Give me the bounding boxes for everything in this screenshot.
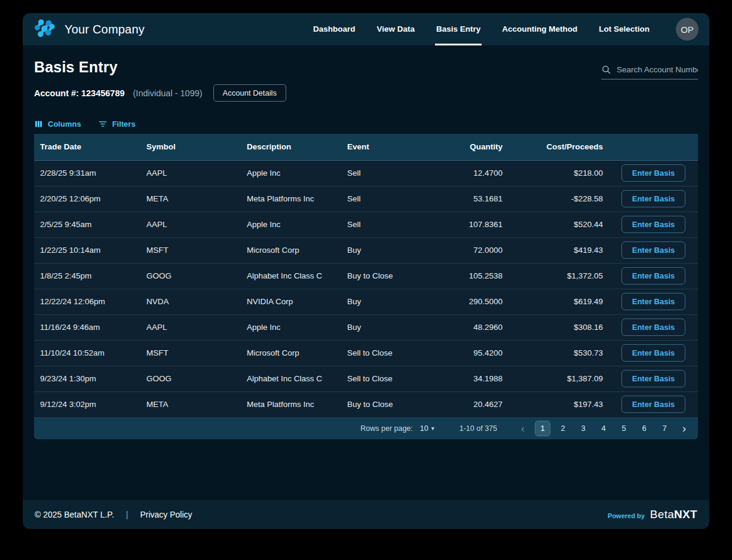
table-toolbar: Columns Filters bbox=[34, 120, 698, 128]
col-header-description: Description bbox=[241, 134, 341, 160]
cell-cost-proceeds: $308.16 bbox=[509, 314, 609, 340]
cell-action: Enter Basis bbox=[609, 237, 698, 263]
cell-trade-date: 11/10/24 10:52am bbox=[34, 340, 140, 366]
enter-basis-button[interactable]: Enter Basis bbox=[621, 190, 686, 207]
cell-cost-proceeds: $530.73 bbox=[509, 340, 609, 366]
enter-basis-button[interactable]: Enter Basis bbox=[621, 319, 686, 336]
cell-event: Sell bbox=[341, 186, 428, 212]
cell-trade-date: 2/20/25 12:06pm bbox=[34, 186, 140, 212]
account-number: Account #: 123456789 bbox=[34, 88, 125, 98]
cell-action: Enter Basis bbox=[609, 391, 698, 417]
rows-per-page-select[interactable]: 10 ▾ bbox=[420, 424, 434, 433]
search-input[interactable] bbox=[617, 65, 698, 74]
enter-basis-button[interactable]: Enter Basis bbox=[621, 370, 686, 387]
cell-event: Sell bbox=[341, 212, 428, 237]
page-list: 1234567 bbox=[535, 421, 672, 436]
columns-label: Columns bbox=[48, 120, 81, 128]
cell-cost-proceeds: $619.49 bbox=[509, 289, 609, 314]
cell-trade-date: 2/28/25 9:31am bbox=[34, 160, 140, 186]
cell-quantity: 53.1681 bbox=[428, 186, 509, 212]
table-row: 2/28/25 9:31amAAPLApple IncSell12.4700$2… bbox=[34, 160, 698, 186]
cell-event: Sell to Close bbox=[341, 366, 428, 391]
enter-basis-button[interactable]: Enter Basis bbox=[621, 293, 686, 310]
app-window: Your Company Dashboard View Data Basis E… bbox=[23, 13, 709, 529]
cell-description: NVIDIA Corp bbox=[241, 289, 341, 314]
table-row: 9/12/24 3:02pmMETAMeta Platforms IncBuy … bbox=[34, 391, 698, 417]
cell-quantity: 12.4700 bbox=[428, 160, 509, 186]
table-row: 1/8/25 2:45pmGOOGAlphabet Inc Class CBuy… bbox=[34, 263, 698, 289]
page-button-4[interactable]: 4 bbox=[596, 421, 611, 436]
table-row: 12/22/24 12:06pmNVDANVIDIA CorpBuy290.50… bbox=[34, 289, 698, 314]
cell-action: Enter Basis bbox=[609, 186, 698, 212]
table-row: 11/16/24 9:46amAAPLApple IncBuy48.2960$3… bbox=[34, 314, 698, 340]
rows-per-page-label: Rows per page: bbox=[360, 424, 413, 433]
cell-cost-proceeds: $197.43 bbox=[509, 391, 609, 417]
cell-symbol: AAPL bbox=[140, 314, 241, 340]
enter-basis-button[interactable]: Enter Basis bbox=[621, 396, 686, 413]
copyright-text: © 2025 BetaNXT L.P. bbox=[35, 510, 114, 519]
cell-trade-date: 2/5/25 9:45am bbox=[34, 212, 140, 237]
nav-item-accounting-method[interactable]: Accounting Method bbox=[502, 13, 577, 45]
cell-quantity: 105.2538 bbox=[428, 263, 509, 289]
cell-event: Sell bbox=[341, 160, 428, 186]
page-button-1[interactable]: 1 bbox=[535, 421, 550, 436]
account-type: (Individual - 1099) bbox=[133, 88, 203, 98]
nav-item-dashboard[interactable]: Dashboard bbox=[313, 13, 356, 45]
cell-action: Enter Basis bbox=[609, 212, 698, 237]
cell-description: Alphabet Inc Class C bbox=[241, 366, 341, 391]
cell-description: Apple Inc bbox=[241, 212, 341, 237]
account-row: Account #: 123456789 (Individual - 1099)… bbox=[34, 84, 286, 102]
company-logo-icon bbox=[33, 18, 59, 41]
cell-symbol: NVDA bbox=[140, 289, 241, 314]
enter-basis-button[interactable]: Enter Basis bbox=[621, 241, 686, 259]
page-button-2[interactable]: 2 bbox=[556, 421, 570, 436]
cell-cost-proceeds: $520.44 bbox=[509, 212, 609, 237]
user-avatar[interactable]: OP bbox=[676, 18, 699, 41]
nav-item-lot-selection[interactable]: Lot Selection bbox=[599, 13, 650, 45]
enter-basis-button[interactable]: Enter Basis bbox=[621, 267, 686, 284]
cell-symbol: MSFT bbox=[140, 237, 241, 263]
cell-description: Microsoft Corp bbox=[241, 340, 341, 366]
cell-event: Buy bbox=[341, 237, 428, 263]
enter-basis-button[interactable]: Enter Basis bbox=[621, 164, 686, 182]
page-button-5[interactable]: 5 bbox=[617, 421, 631, 436]
top-navbar: Your Company Dashboard View Data Basis E… bbox=[23, 13, 709, 45]
nav-item-basis-entry[interactable]: Basis Entry bbox=[436, 13, 480, 45]
privacy-policy-link[interactable]: Privacy Policy bbox=[140, 510, 192, 519]
cell-symbol: AAPL bbox=[140, 212, 241, 237]
enter-basis-button[interactable]: Enter Basis bbox=[621, 216, 686, 233]
table-row: 9/23/24 1:30pmGOOGAlphabet Inc Class CSe… bbox=[34, 366, 698, 391]
page-button-3[interactable]: 3 bbox=[576, 421, 590, 436]
cell-symbol: META bbox=[140, 186, 241, 212]
columns-button[interactable]: Columns bbox=[34, 120, 81, 128]
page-title: Basis Entry bbox=[34, 59, 286, 76]
betanxt-logo: BetaNXT bbox=[650, 508, 697, 521]
cell-action: Enter Basis bbox=[609, 366, 698, 391]
account-search bbox=[601, 65, 698, 79]
cell-symbol: MSFT bbox=[140, 340, 241, 366]
prev-page-button[interactable]: ‹ bbox=[517, 423, 528, 434]
next-page-button[interactable]: › bbox=[679, 423, 690, 434]
account-details-button[interactable]: Account Details bbox=[213, 84, 286, 102]
page-button-7[interactable]: 7 bbox=[657, 421, 672, 436]
pagination-bar: Rows per page: 10 ▾ 1-10 of 375 ‹ 123456… bbox=[34, 418, 698, 439]
enter-basis-button[interactable]: Enter Basis bbox=[621, 344, 686, 362]
cell-cost-proceeds: -$228.58 bbox=[509, 186, 609, 212]
rows-per-page-value: 10 bbox=[420, 424, 428, 433]
cell-description: Microsoft Corp bbox=[241, 237, 341, 263]
page-button-6[interactable]: 6 bbox=[637, 421, 651, 436]
col-header-symbol: Symbol bbox=[140, 134, 241, 160]
nav-links: Dashboard View Data Basis Entry Accounti… bbox=[313, 13, 699, 45]
cell-symbol: GOOG bbox=[140, 263, 241, 289]
table-header: Trade Date Symbol Description Event Quan… bbox=[34, 134, 698, 160]
cell-cost-proceeds: $1,372.05 bbox=[509, 263, 609, 289]
cell-trade-date: 1/8/25 2:45pm bbox=[34, 263, 140, 289]
cell-quantity: 20.4627 bbox=[428, 391, 509, 417]
columns-icon bbox=[34, 120, 43, 128]
cell-quantity: 107.8361 bbox=[428, 212, 509, 237]
cell-description: Apple Inc bbox=[241, 160, 341, 186]
cell-action: Enter Basis bbox=[609, 160, 698, 186]
nav-item-view-data[interactable]: View Data bbox=[376, 13, 415, 45]
col-header-cost-proceeds: Cost/Proceeds bbox=[509, 134, 609, 160]
filters-button[interactable]: Filters bbox=[98, 120, 136, 128]
